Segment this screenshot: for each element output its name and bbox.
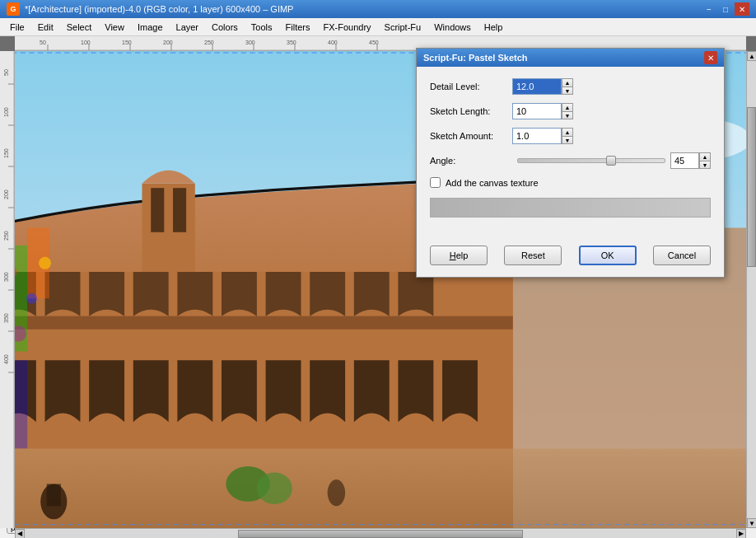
angle-row: Angle: ▲ ▼ [430, 152, 711, 169]
sketch-length-up[interactable]: ▲ [562, 103, 573, 111]
menu-image[interactable]: Image [131, 18, 170, 35]
dialog-buttons: Help Reset OK Cancel [417, 241, 724, 277]
svg-text:300: 300 [3, 272, 9, 282]
preview-bar [430, 198, 711, 218]
menu-edit[interactable]: Edit [31, 18, 60, 35]
v-scrollbar: ▲ ▼ [746, 51, 756, 517]
svg-text:400: 400 [328, 40, 338, 45]
menu-view[interactable]: View [98, 18, 131, 35]
title-bar-buttons: − □ ✕ [702, 2, 749, 16]
sketch-amount-spinners: ▲ ▼ [562, 128, 573, 144]
angle-up[interactable]: ▲ [699, 152, 711, 161]
svg-text:450: 450 [369, 40, 379, 45]
svg-point-56 [328, 480, 345, 506]
dialog-title: Script-Fu: Pastel Sketch [423, 53, 528, 63]
title-bar-left: G *[Architecture] (imported)-4.0 (RGB co… [7, 2, 293, 16]
svg-text:150: 150 [3, 148, 9, 158]
script-fu-dialog: Script-Fu: Pastel Sketch ✕ Detail Level:… [416, 48, 725, 278]
angle-down[interactable]: ▼ [699, 161, 711, 169]
dialog-title-bar: Script-Fu: Pastel Sketch ✕ [417, 49, 724, 67]
sketch-length-down[interactable]: ▼ [562, 111, 573, 119]
svg-rect-44 [142, 184, 195, 272]
window-title: *[Architecture] (imported)-4.0 (RGB colo… [25, 4, 293, 14]
reset-button[interactable]: Reset [504, 246, 562, 265]
scroll-up-arrow[interactable]: ▲ [747, 51, 756, 61]
sketch-amount-up[interactable]: ▲ [562, 128, 573, 136]
menu-layer[interactable]: Layer [170, 18, 206, 35]
canvas-texture-checkbox[interactable] [430, 177, 441, 188]
sketch-amount-down[interactable]: ▼ [562, 136, 573, 144]
sketch-length-label: Sketch Length: [430, 106, 512, 116]
dialog-close-button[interactable]: ✕ [704, 51, 717, 64]
menu-help[interactable]: Help [478, 18, 510, 35]
menu-fx-foundry[interactable]: FX-Foundry [316, 18, 377, 35]
menu-file[interactable]: File [3, 18, 31, 35]
svg-text:350: 350 [3, 313, 9, 323]
detail-level-row: Detail Level: ▲ ▼ [430, 78, 711, 95]
sketch-length-input[interactable] [512, 103, 562, 119]
ok-button[interactable]: OK [579, 246, 637, 265]
v-scroll-thumb[interactable] [747, 107, 756, 267]
svg-text:250: 250 [3, 231, 9, 241]
cancel-button-label: Cancel [668, 250, 696, 260]
svg-rect-53 [15, 449, 746, 517]
left-ruler: 50 100 150 200 250 300 350 400 [0, 51, 15, 517]
canvas-texture-label: Add the canvas texture [446, 178, 539, 188]
sketch-length-row: Sketch Length: ▲ ▼ [430, 103, 711, 119]
angle-slider-thumb[interactable] [606, 156, 616, 166]
detail-level-label: Detail Level: [430, 82, 512, 91]
menu-tools[interactable]: Tools [245, 18, 279, 35]
menu-colors[interactable]: Colors [205, 18, 245, 35]
ok-button-label: OK [601, 250, 614, 260]
angle-spinners: ▲ ▼ [699, 152, 711, 169]
svg-text:100: 100 [81, 40, 91, 45]
minimize-button[interactable]: − [702, 2, 716, 16]
svg-text:100: 100 [3, 107, 9, 117]
svg-rect-50 [15, 360, 27, 448]
menu-select[interactable]: Select [60, 18, 99, 35]
svg-rect-43 [15, 316, 513, 330]
maximize-button[interactable]: □ [718, 2, 733, 16]
svg-text:400: 400 [3, 354, 9, 364]
menu-script-fu[interactable]: Script-Fu [378, 18, 428, 35]
svg-rect-45 [151, 188, 164, 232]
angle-slider-track[interactable] [517, 158, 665, 163]
svg-text:50: 50 [3, 69, 9, 76]
dialog-content: Detail Level: ▲ ▼ Sketch Length: ▲ ▼ [417, 67, 724, 241]
title-bar: G *[Architecture] (imported)-4.0 (RGB co… [0, 0, 756, 18]
reset-button-label: Reset [521, 250, 545, 260]
v-scroll-track[interactable] [747, 61, 756, 517]
detail-level-up[interactable]: ▲ [562, 78, 573, 87]
svg-text:150: 150 [122, 40, 132, 45]
sketch-amount-row: Sketch Amount: ▲ ▼ [430, 128, 711, 144]
svg-text:200: 200 [163, 40, 173, 45]
svg-point-58 [257, 472, 292, 504]
canvas-texture-row: Add the canvas texture [430, 177, 711, 188]
detail-level-input[interactable] [512, 78, 562, 95]
svg-text:250: 250 [204, 40, 214, 45]
sketch-amount-label: Sketch Amount: [430, 131, 512, 141]
menu-windows[interactable]: Windows [427, 18, 478, 35]
sketch-length-spinners: ▲ ▼ [562, 103, 573, 119]
menu-filters[interactable]: Filters [279, 18, 317, 35]
close-button[interactable]: ✕ [735, 2, 749, 16]
svg-text:200: 200 [3, 189, 9, 199]
detail-level-input-group: ▲ ▼ [512, 78, 573, 95]
sketch-amount-input-group: ▲ ▼ [512, 128, 573, 144]
help-button[interactable]: Help [430, 246, 488, 265]
sketch-length-input-group: ▲ ▼ [512, 103, 573, 119]
svg-rect-46 [173, 188, 186, 232]
angle-label: Angle: [430, 156, 512, 166]
help-button-label: Help [450, 250, 469, 260]
sketch-amount-input[interactable] [512, 128, 562, 144]
svg-point-63 [39, 257, 51, 269]
svg-text:350: 350 [287, 40, 296, 45]
svg-rect-55 [47, 484, 61, 506]
detail-level-down[interactable]: ▼ [562, 87, 573, 95]
svg-text:50: 50 [40, 40, 46, 45]
app-icon: G [7, 2, 20, 16]
angle-value-input[interactable] [670, 152, 699, 169]
svg-point-61 [26, 293, 37, 304]
menu-bar: File Edit Select View Image Layer Colors… [0, 18, 756, 36]
cancel-button[interactable]: Cancel [653, 246, 711, 265]
